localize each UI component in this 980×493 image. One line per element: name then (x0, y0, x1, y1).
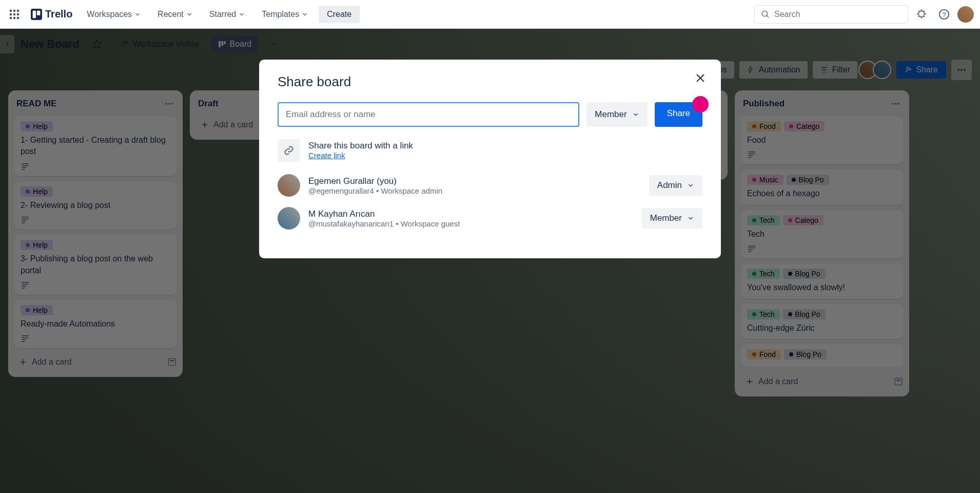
svg-rect-9 (31, 9, 42, 20)
close-icon[interactable] (694, 72, 707, 84)
modal-overlay[interactable]: Share board Member Share (0, 29, 980, 493)
search-box[interactable] (754, 5, 908, 24)
svg-rect-0 (10, 10, 12, 12)
notifications-icon[interactable] (912, 5, 931, 24)
share-modal: Share board Member Share (259, 60, 721, 258)
chevron-down-icon (632, 111, 639, 118)
member-row: Egemen Gurallar (you) @egemengurallar4 •… (278, 174, 702, 197)
svg-rect-3 (10, 13, 12, 15)
role-select[interactable]: Member (586, 102, 647, 127)
trello-logo[interactable]: Trello (27, 8, 76, 20)
svg-rect-5 (17, 13, 19, 15)
share-email-input[interactable] (278, 102, 579, 127)
chevron-down-icon (687, 215, 694, 222)
member-meta: @mustafakayhanarican1 • Workspace guest (308, 219, 634, 228)
share-link-row: Share this board with a link Create link (278, 139, 702, 162)
create-button[interactable]: Create (319, 6, 360, 23)
member-meta: @egemengurallar4 • Workspace admin (308, 186, 641, 195)
nav-templates[interactable]: Templates (256, 6, 315, 23)
share-submit-button[interactable]: Share (655, 102, 702, 127)
create-link-button[interactable]: Create link (308, 151, 345, 160)
svg-rect-1 (13, 10, 15, 12)
modal-title: Share board (278, 74, 702, 90)
member-avatar[interactable] (278, 207, 300, 230)
svg-rect-7 (13, 17, 15, 19)
svg-rect-8 (17, 17, 19, 19)
search-input[interactable] (774, 10, 901, 19)
member-role-select[interactable]: Admin (649, 175, 702, 196)
nav-workspaces[interactable]: Workspaces (81, 6, 147, 23)
svg-rect-11 (37, 10, 40, 15)
nav-starred[interactable]: Starred (203, 6, 251, 23)
svg-rect-10 (33, 10, 36, 18)
member-name: Egemen Gurallar (you) (308, 176, 641, 186)
share-link-title: Share this board with a link (308, 141, 413, 151)
board-area: New Board Workspace visible Board ✦ Hipp… (0, 29, 980, 493)
svg-rect-6 (10, 17, 12, 19)
logo-text: Trello (45, 8, 72, 20)
svg-rect-2 (17, 10, 19, 12)
member-row: M Kayhan Arıcan @mustafakayhanarican1 • … (278, 207, 702, 230)
attention-dot (692, 96, 709, 112)
member-role-select[interactable]: Member (642, 208, 702, 229)
search-icon (761, 10, 770, 19)
member-name: M Kayhan Arıcan (308, 209, 634, 219)
apps-grid-icon[interactable] (6, 6, 23, 23)
link-icon (278, 139, 300, 162)
member-avatar[interactable] (278, 174, 300, 197)
svg-rect-4 (13, 13, 15, 15)
topbar: Trello Workspaces Recent Starred Templat… (0, 0, 980, 29)
chevron-down-icon (687, 182, 694, 189)
svg-point-12 (762, 11, 768, 16)
svg-text:?: ? (942, 10, 946, 18)
help-icon[interactable]: ? (935, 5, 953, 24)
nav-recent[interactable]: Recent (151, 6, 199, 23)
user-avatar[interactable] (957, 6, 974, 23)
